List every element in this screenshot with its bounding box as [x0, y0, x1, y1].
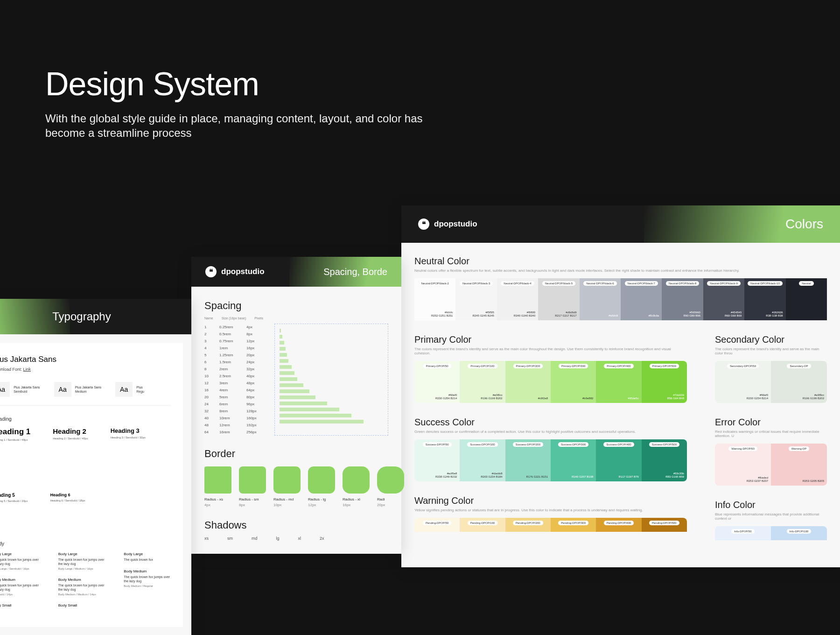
color-swatch: Primary-DPOP/100#e0f8ccR196 G199 B202: [460, 361, 505, 403]
color-swatch: Neutral-DPOP/black-7#8c8c9a: [621, 278, 662, 320]
spacing-row: 61.5rem24px: [204, 359, 260, 366]
panel-header: ❝ dpopstudio Spacing, Borde: [191, 257, 401, 287]
font-sample: AaPlus Jakarta SansSemibold: [0, 382, 40, 397]
border-item: Radius - xs4px: [204, 466, 231, 507]
spacing-preview: [274, 324, 388, 436]
quote-icon: ❝: [205, 266, 217, 277]
color-swatch: Primary-DPOP/500#7dd239R56 G64 B48: [642, 361, 687, 403]
shadow-label: 2x: [320, 536, 324, 541]
color-swatch: Info-DPOP/50: [715, 526, 771, 540]
download-link[interactable]: Link: [23, 367, 31, 372]
spacing-row: 41rem16px: [204, 345, 260, 352]
color-swatch: Pending-DPOP/500: [642, 518, 687, 532]
body-sample: Body LargeThe quick brown fox jumps over…: [0, 552, 40, 570]
hero-title: Design System: [45, 65, 840, 103]
color-swatch: Neutral-DPOP/black-9#454545R69 G69 B69: [703, 278, 744, 320]
spacing-row: 102.5rem40px: [204, 373, 260, 380]
color-swatch: Success-DPOP/300R140 G207 B108: [551, 439, 596, 481]
color-swatch: Pending-DPOP/400: [596, 518, 641, 532]
body-sample: Body Small: [0, 603, 40, 607]
panel-header: ❝ dpopstudio Colors: [401, 205, 840, 243]
color-swatch: Warning-DPOP/50#fbededR253 G237 B237: [715, 444, 771, 486]
color-swatch: Pending-DPOP/100: [460, 518, 505, 532]
border-item: Radius - md10px: [273, 466, 301, 507]
heading-sample: Heading 1Heading 1 / Semibold / 48px: [0, 427, 30, 441]
spacing-row: 328rem128px: [204, 408, 260, 415]
font-name: Plus Jakarta Sans: [0, 355, 171, 364]
shadow-label: xl: [298, 536, 301, 541]
color-swatch: Secondary-DPOP/50#f6fef0R230 G254 B214: [715, 361, 771, 403]
color-swatch: Secondary-DP#e0f8ccR196 G199 B202: [771, 361, 827, 403]
font-sample: AaPlus Jakarta SansMedium: [54, 382, 102, 397]
shadow-label: lg: [276, 536, 280, 541]
colors-panel: ❝ dpopstudio Colors Neutral Color Neutra…: [401, 205, 840, 567]
color-swatch: Pending-DPOP/50: [414, 518, 460, 532]
success-section: Success Color Green denotes success or c…: [414, 417, 687, 481]
body-sample: Body LargeThe quick brown fox: [124, 552, 171, 562]
font-sample: AaPlusRegu: [115, 382, 144, 397]
color-swatch: Success-DPOP/200R176 G221 B151: [505, 439, 551, 481]
color-swatch: Pending-DPOP/300: [551, 518, 596, 532]
spacing-row: 246rem96px: [204, 401, 260, 408]
font-download: Download Font: Link: [0, 367, 171, 372]
color-swatch: Neutral-DPOP/black-3#f5f5f5R245 G245 B24…: [455, 278, 497, 320]
shadow-label: md: [252, 536, 258, 541]
spacing-row: 4812rem192px: [204, 422, 260, 429]
panel-title: Spacing, Borde: [323, 267, 387, 277]
color-swatch: Neutral-DPOP/black-2#fcfcfcR252 G251 B25…: [414, 278, 455, 320]
border-item: Radius - sm8px: [239, 466, 266, 507]
border-item: Radi20px: [377, 466, 404, 507]
spacing-row: 20.5rem8px: [204, 331, 260, 338]
color-swatch: Success-DPOP/500#53c33bR83 G195 B59: [642, 439, 687, 481]
spacing-row: 10.25rem4px: [204, 324, 260, 331]
error-section: Error Color Red indicates warnings or cr…: [715, 417, 827, 486]
color-swatch: Neutral-DPOP/black-6#bfbfc8: [580, 278, 621, 320]
spacing-row: 123rem48px: [204, 380, 260, 387]
quote-icon: ❝: [418, 219, 429, 230]
color-swatch: Primary-DPOP/200#c9f2a8: [505, 361, 551, 403]
color-swatch: Primary-DPOP/400#95de5c: [596, 361, 641, 403]
primary-section: Primary Color The colors represent the b…: [414, 334, 687, 403]
panel-title: Typography: [52, 310, 111, 323]
body-sample: Body Small: [58, 603, 105, 607]
spacing-columns: Name Size (16px base) Pixels: [204, 317, 388, 320]
color-swatch: Neutral-DPOP/black-8#595960R90 G89 B96: [662, 278, 703, 320]
color-swatch: Neutral-DPOP/black-10#262626R38 G38 B38: [744, 278, 785, 320]
color-swatch: Neutral: [786, 278, 827, 320]
color-swatch: Pending-DPOP/200: [505, 518, 551, 532]
color-swatch: Warning-DPR253 G205 B205: [771, 444, 827, 486]
heading-sample: Heading 3Heading 3 / Semibold / 32px: [111, 427, 146, 441]
secondary-section: Secondary Color The colors represent the…: [715, 334, 827, 403]
color-swatch: Success-DPOP/50#edf9e8R238 G249 B232: [414, 439, 460, 481]
spacing-panel: ❝ dpopstudio Spacing, Borde Spacing Name…: [191, 257, 401, 554]
shadow-label: sm: [227, 536, 233, 541]
spacing-row: 82rem32px: [204, 366, 260, 373]
panel-header: Typography o: [0, 299, 191, 334]
color-swatch: Primary-DPOP/50#f6fef0R230 G254 B214: [414, 361, 460, 403]
heading-sample: Heading 5Heading 5 / Semibold / 20px: [0, 493, 28, 502]
color-swatch: Info-DPOP/100: [771, 526, 827, 540]
border-item: Radius - xl16px: [343, 466, 370, 507]
color-swatch: Success-DPOP/400R117 G197 B79: [596, 439, 641, 481]
spacing-row: 205rem80px: [204, 394, 260, 401]
panel-title: Colors: [785, 217, 823, 232]
spacing-row: 6416rem256px: [204, 429, 260, 436]
spacing-row: 51.25rem20px: [204, 352, 260, 359]
spacing-row: 164rem64px: [204, 387, 260, 394]
shadow-label: xs: [204, 536, 209, 541]
color-swatch: Neutral-DPOP/black-5#d9d9d9R217 G217 B21…: [538, 278, 579, 320]
brand-logo: ❝ dpopstudio: [205, 266, 265, 277]
brand-logo: ❝ dpopstudio: [418, 219, 477, 230]
hero: Design System With the global style guid…: [0, 0, 840, 140]
heading-sample: Heading 6Heading 6 / Semibold / 18px: [50, 493, 85, 502]
body-sample: Body MediumThe quick brown fox jumps ove…: [0, 578, 40, 596]
neutral-section: Neutral Color Neutral colors offer a fle…: [414, 256, 827, 320]
warning-section: Warning Color Yellow signifies pending a…: [414, 495, 687, 532]
color-swatch: Primary-DPOP/300#b0e882: [551, 361, 596, 403]
info-section: Info Color Blue represents informational…: [715, 500, 827, 540]
color-swatch: Success-DPOP/100#cbebb8R203 G234 B184: [460, 439, 505, 481]
body-sample: Body MediumThe quick brown fox jumps ove…: [58, 578, 105, 596]
border-item: Radius - lg12px: [308, 466, 335, 507]
spacing-row: 4010rem160px: [204, 415, 260, 422]
body-sample: Body LargeThe quick brown fox jumps over…: [58, 552, 105, 570]
